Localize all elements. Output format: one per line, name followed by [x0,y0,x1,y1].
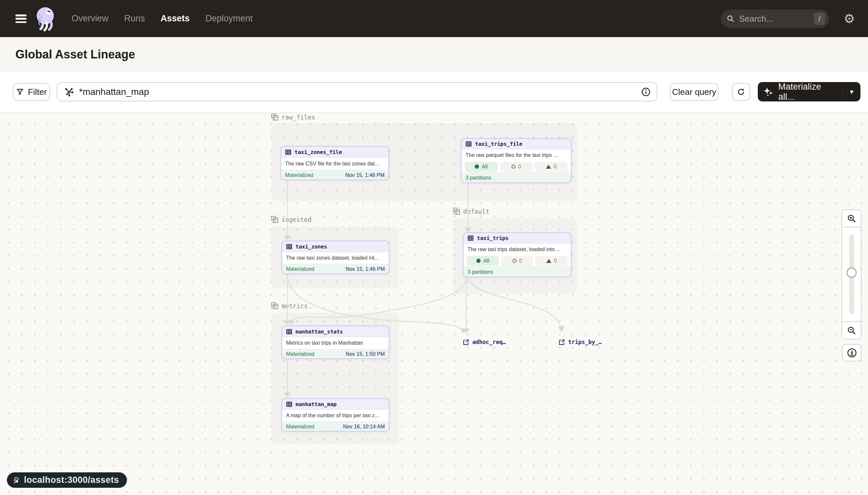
zoom-out-button[interactable] [842,322,861,339]
badge-label: All [483,258,489,264]
top-navigation-bar: Overview Runs Assets Deployment / ⚙ [0,0,868,37]
materialization-timestamp: Nov 15, 1:46 PM [346,172,385,178]
search-icon [727,15,734,23]
partition-health-badges: All 0 0 [462,161,571,172]
group-table-icon [271,113,279,121]
group-table-icon [271,216,279,223]
download-image-button[interactable] [842,344,862,361]
materialize-all-split-button[interactable]: Materialize all... ▾ [758,82,861,101]
settings-gear-icon[interactable]: ⚙ [844,0,855,37]
asset-node-manhattan-map[interactable]: manhattan_map A map of the number of tri… [281,398,389,432]
partition-health-badges: All 0 0 [463,255,571,267]
table-icon [467,235,474,241]
external-asset-trips-by[interactable]: trips_by_… [559,339,602,345]
group-table-icon [271,302,279,309]
asset-selection-query[interactable] [79,87,641,97]
search-input[interactable] [739,14,814,24]
partitions-count: 3 partitions [467,269,493,275]
asset-name: taxi_zones_file [295,149,342,155]
asset-node-taxi-trips[interactable]: taxi_trips The raw taxi trips dataset, l… [463,233,571,277]
asset-status-row: Materialized Nov 15, 1:46 PM [281,170,388,180]
group-name: ingested [281,216,312,223]
asset-node-taxi-zones[interactable]: taxi_zones The raw taxi zones dataset, l… [281,241,389,274]
status-url: localhost:3000/assets [24,475,119,485]
success-dot-icon [476,259,481,263]
asset-node-taxi-zones-file[interactable]: taxi_zones_file The raw CSV file for the… [281,146,389,180]
status-badge: Materialized [286,424,314,430]
badge-count: 0 [554,258,557,264]
badge-label: All [482,164,488,170]
warning-triangle-icon [546,165,551,169]
missing-ring-icon [511,165,516,169]
group-label-default[interactable]: default [453,207,490,215]
group-name: metrics [281,302,308,309]
materialization-timestamp: Nov 15, 1:50 PM [346,351,385,357]
success-dot-icon [475,165,479,169]
asset-status-row: Materialized Nov 15, 1:50 PM [282,349,389,359]
external-asset-adhoc-request[interactable]: adhoc_req… [463,339,506,345]
asset-description: Metrics on taxi trips in Manhattan [282,337,389,349]
group-label-metrics[interactable]: metrics [271,302,308,309]
group-label-ingested[interactable]: ingested [271,216,312,223]
asset-selection-input[interactable] [57,82,657,101]
warning-triangle-icon [546,259,551,263]
asset-name: taxi_trips [477,235,509,241]
hamburger-menu-icon[interactable] [15,14,26,23]
nav-runs[interactable]: Runs [124,14,145,24]
external-link-icon [463,339,469,345]
group-name: default [463,208,490,215]
asset-node-manhattan-stats[interactable]: manhattan_stats Metrics on taxi trips in… [281,326,389,359]
refresh-icon [737,88,745,96]
asset-node-taxi-trips-file[interactable]: taxi_trips_file The raw parquet files fo… [461,138,571,183]
clear-query-button[interactable]: Clear query [670,83,719,101]
external-asset-name: adhoc_req… [472,339,506,345]
zoom-out-icon [847,326,856,335]
partitions-missing-badge[interactable]: 0 [500,162,533,172]
partitions-footer: 3 partitions [463,267,571,277]
asset-status-row: Materialized Nov 16, 10:14 AM [282,422,389,432]
nav-assets[interactable]: Assets [161,14,190,24]
external-link-icon [559,339,565,345]
group-name: raw_files [281,114,315,121]
partitions-failed-badge[interactable]: 0 [535,162,568,172]
group-table-icon [453,207,460,215]
group-label-raw-files[interactable]: raw_files [271,113,315,121]
asset-description: The raw taxi trips dataset, loaded into … [463,243,571,255]
browser-status-bubble: localhost:3000/assets [7,472,127,488]
nav-deployment[interactable]: Deployment [205,14,253,24]
global-search[interactable]: / [721,10,829,28]
materialize-dropdown-caret[interactable]: ▾ [843,88,861,96]
lineage-toolbar: Filter Clear query [0,72,868,113]
status-badge: Materialized [286,266,314,272]
refresh-graph-button[interactable] [732,83,750,101]
partitions-failed-badge[interactable]: 0 [535,256,568,266]
filter-button[interactable]: Filter [13,83,50,101]
partitions-all-badge[interactable]: All [467,256,499,266]
filter-funnel-icon [16,88,24,96]
asset-name: manhattan_stats [296,328,343,335]
partitions-missing-badge[interactable]: 0 [501,256,533,266]
info-icon[interactable] [641,87,651,97]
zoom-in-button[interactable] [842,210,861,227]
table-icon [286,401,292,407]
page-header: Global Asset Lineage Reload definitions [0,37,868,72]
insecure-lock-icon [12,476,20,484]
asset-selector-icon [64,87,74,97]
main-nav: Overview Runs Assets Deployment [72,0,253,37]
lineage-canvas[interactable]: raw_files ingested default metrics [0,113,868,495]
asset-node-header: taxi_trips_file [462,139,571,149]
badge-count: 0 [518,164,521,170]
badge-count: 0 [519,258,522,264]
asset-description: The raw taxi zones dataset, loaded int..… [282,252,389,264]
asset-name: taxi_trips_file [475,141,522,147]
partitions-count: 3 partitions [465,175,491,181]
zoom-slider[interactable] [842,227,861,322]
zoom-slider-thumb[interactable] [846,268,856,278]
materialization-timestamp: Nov 15, 1:46 PM [346,266,385,272]
table-icon [286,328,292,335]
partitions-all-badge[interactable]: All [465,162,498,172]
asset-description: A map of the number of trips per taxi z.… [282,410,389,422]
nav-overview[interactable]: Overview [72,14,109,24]
filter-label: Filter [28,87,47,97]
dagster-logo[interactable] [34,6,58,33]
